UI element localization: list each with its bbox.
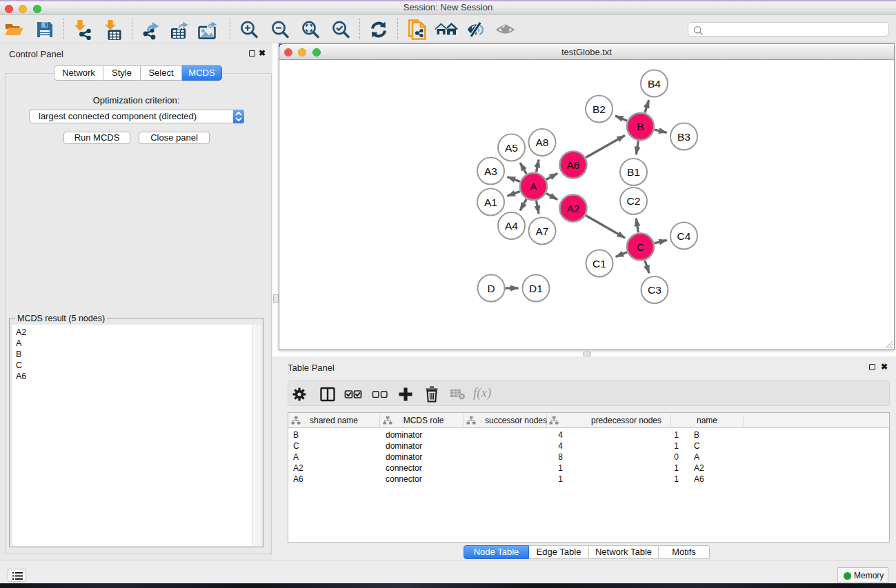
svg-text:A7: A7 — [536, 225, 549, 237]
svg-text:A8: A8 — [536, 136, 549, 148]
svg-text:B2: B2 — [593, 103, 606, 115]
svg-text:B1: B1 — [627, 166, 640, 178]
svg-text:A3: A3 — [484, 165, 497, 177]
svg-text:C3: C3 — [648, 284, 661, 296]
svg-text:B4: B4 — [648, 78, 661, 90]
svg-text:C2: C2 — [627, 195, 641, 207]
svg-text:C4: C4 — [677, 230, 691, 242]
svg-text:A: A — [530, 181, 537, 192]
svg-text:A1: A1 — [484, 196, 497, 208]
svg-text:C1: C1 — [593, 258, 606, 270]
svg-text:A5: A5 — [505, 142, 518, 154]
svg-text:A4: A4 — [505, 220, 518, 232]
svg-text:A2: A2 — [567, 203, 580, 214]
svg-text:B3: B3 — [677, 131, 690, 143]
svg-text:B: B — [637, 121, 644, 132]
svg-text:A6: A6 — [567, 159, 580, 171]
svg-text:D1: D1 — [529, 283, 543, 294]
svg-text:D: D — [487, 283, 495, 294]
svg-text:C: C — [637, 241, 644, 253]
